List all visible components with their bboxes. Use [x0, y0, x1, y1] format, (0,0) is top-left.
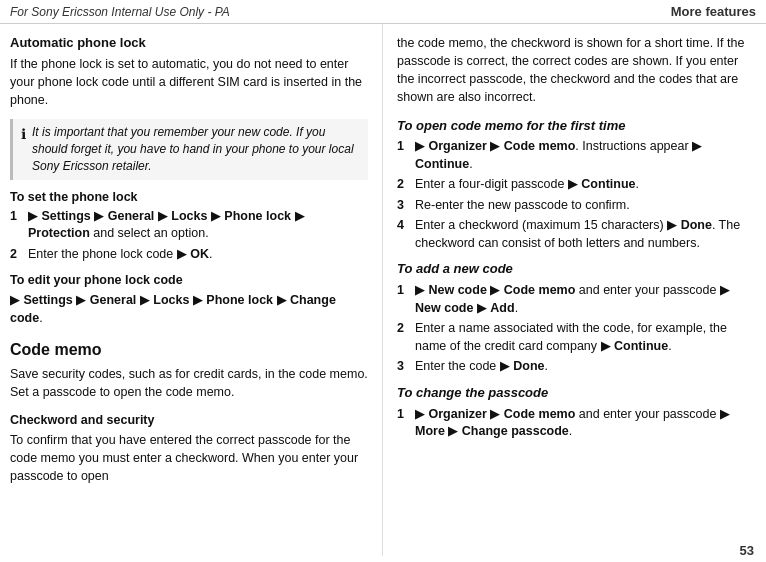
checkword-continued: the code memo, the checkword is shown fo…	[397, 34, 756, 107]
add-new-code-title: To add a new code	[397, 260, 756, 279]
add-new-code-steps: 1 ▶ New code ▶ Code memo and enter your …	[397, 282, 756, 376]
step-content: Enter a checkword (maximum 15 characters…	[415, 217, 756, 252]
set-phone-lock-steps: 1 ▶ Settings ▶ General ▶ Locks ▶ Phone l…	[10, 208, 368, 264]
step-item: 3 Enter the code ▶ Done.	[397, 358, 756, 376]
step-content: Enter a name associated with the code, f…	[415, 320, 756, 355]
open-first-time-steps: 1 ▶ Organizer ▶ Code memo. Instructions …	[397, 138, 756, 252]
step-num: 2	[397, 320, 411, 355]
step-num: 4	[397, 217, 411, 252]
note-text: It is important that you remember your n…	[32, 124, 360, 174]
step-item: 1 ▶ Organizer ▶ Code memo. Instructions …	[397, 138, 756, 173]
step-item: 2 Enter the phone lock code ▶ OK.	[10, 246, 368, 264]
left-column: Automatic phone lock If the phone lock i…	[0, 24, 383, 556]
code-memo-body: Save security codes, such as for credit …	[10, 365, 368, 401]
auto-lock-title: Automatic phone lock	[10, 34, 368, 53]
step-content: Enter a four-digit passcode ▶ Continue.	[415, 176, 756, 194]
open-first-time-title: To open code memo for the first time	[397, 117, 756, 136]
step-num: 2	[10, 246, 24, 264]
auto-lock-body: If the phone lock is set to automatic, y…	[10, 55, 368, 109]
step-num: 1	[397, 138, 411, 173]
set-phone-lock-title: To set the phone lock	[10, 188, 368, 206]
change-passcode-title: To change the passcode	[397, 384, 756, 403]
step-content: Enter the phone lock code ▶ OK.	[28, 246, 368, 264]
step-item: 1 ▶ New code ▶ Code memo and enter your …	[397, 282, 756, 317]
step-num: 1	[397, 406, 411, 441]
step-item: 3 Re-enter the new passcode to confirm.	[397, 197, 756, 215]
step-item: 1 ▶ Settings ▶ General ▶ Locks ▶ Phone l…	[10, 208, 368, 243]
step-item: 1 ▶ Organizer ▶ Code memo and enter your…	[397, 406, 756, 441]
step-content: ▶ Settings ▶ General ▶ Locks ▶ Phone loc…	[28, 208, 368, 243]
change-passcode-steps: 1 ▶ Organizer ▶ Code memo and enter your…	[397, 406, 756, 441]
edit-phone-lock-title: To edit your phone lock code	[10, 271, 368, 289]
checkword-body: To confirm that you have entered the cor…	[10, 431, 368, 485]
step-num: 1	[10, 208, 24, 243]
step-content: ▶ New code ▶ Code memo and enter your pa…	[415, 282, 756, 317]
step-item: 2 Enter a name associated with the code,…	[397, 320, 756, 355]
code-memo-title: Code memo	[10, 338, 368, 361]
step-item: 2 Enter a four-digit passcode ▶ Continue…	[397, 176, 756, 194]
step-num: 3	[397, 197, 411, 215]
checkword-title: Checkword and security	[10, 411, 368, 429]
page-number: 53	[740, 543, 754, 558]
page-header-left: For Sony Ericsson Internal Use Only - PA	[10, 5, 230, 19]
note-box: ℹ It is important that you remember your…	[10, 119, 368, 179]
step-item: 4 Enter a checkword (maximum 15 characte…	[397, 217, 756, 252]
step-content: ▶ Organizer ▶ Code memo. Instructions ap…	[415, 138, 756, 173]
page-header-right: More features	[671, 4, 756, 19]
right-column: the code memo, the checkword is shown fo…	[383, 24, 766, 556]
step-content: ▶ Organizer ▶ Code memo and enter your p…	[415, 406, 756, 441]
step-num: 3	[397, 358, 411, 376]
step-num: 2	[397, 176, 411, 194]
step-num: 1	[397, 282, 411, 317]
edit-phone-lock-body: ▶ Settings ▶ General ▶ Locks ▶ Phone loc…	[10, 291, 368, 327]
step-content: Enter the code ▶ Done.	[415, 358, 756, 376]
step-content: Re-enter the new passcode to confirm.	[415, 197, 756, 215]
note-icon: ℹ	[21, 125, 26, 145]
